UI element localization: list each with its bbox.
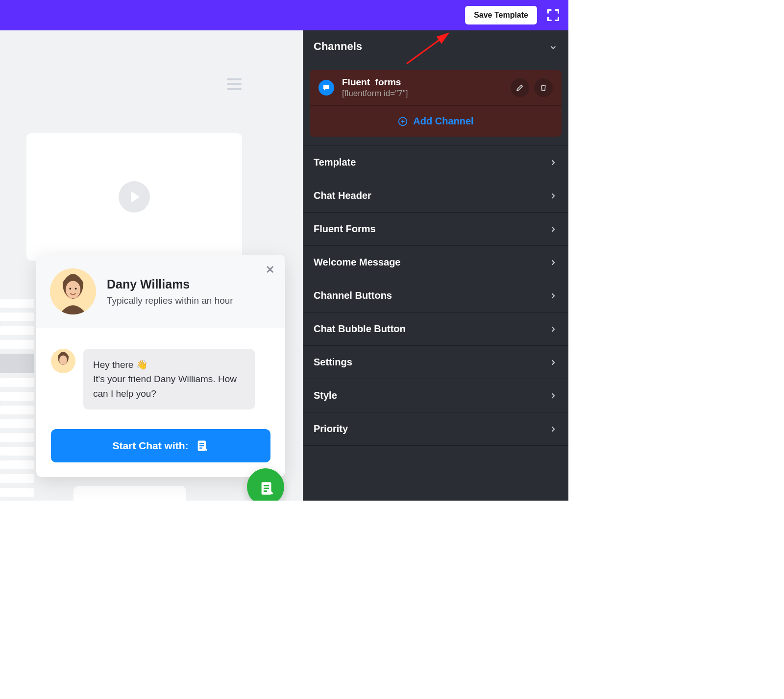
section-label: Welcome Message — [314, 257, 401, 268]
svg-rect-15 — [264, 490, 267, 492]
channel-card: Fluent_forms [fluentform id="7"] A — [310, 70, 562, 137]
channels-title: Channels — [314, 40, 362, 53]
channel-text: Fluent_forms [fluentform id="7"] — [342, 77, 408, 98]
svg-rect-10 — [199, 445, 204, 446]
top-bar: Save Template — [0, 0, 568, 30]
section-chat-header[interactable]: Chat Header — [303, 179, 568, 213]
svg-rect-11 — [199, 448, 202, 449]
section-channel-buttons[interactable]: Channel Buttons — [303, 279, 568, 313]
chat-header-info: Dany Williams Typically replies within a… — [107, 277, 233, 306]
form-icon — [259, 480, 272, 494]
config-pane: Channels Fluent_forms [fluentform id="7"… — [303, 30, 568, 501]
section-label: Priority — [314, 423, 348, 434]
agent-name: Dany Williams — [107, 277, 233, 291]
channel-title: Fluent_forms — [342, 77, 408, 88]
avatar — [50, 268, 96, 314]
section-welcome-message[interactable]: Welcome Message — [303, 246, 568, 279]
chat-body: Hey there 👋 It's your friend Dany Willia… — [36, 328, 285, 477]
section-label: Channel Buttons — [314, 290, 392, 301]
chevron-right-icon — [549, 358, 558, 367]
section-label: Settings — [314, 357, 352, 368]
section-label: Fluent Forms — [314, 223, 376, 235]
chat-message: Hey there 👋 It's your friend Dany Willia… — [83, 349, 255, 410]
start-chat-label: Start Chat with: — [112, 440, 188, 452]
section-label: Chat Header — [314, 190, 371, 201]
chevron-right-icon — [549, 325, 558, 334]
avatar-small — [51, 349, 75, 373]
channels-section-body: Fluent_forms [fluentform id="7"] A — [303, 63, 568, 146]
chevron-right-icon — [549, 225, 558, 234]
svg-point-2 — [66, 281, 80, 298]
section-template[interactable]: Template — [303, 146, 568, 179]
section-settings[interactable]: Settings — [303, 346, 568, 379]
close-icon[interactable]: ✕ — [266, 264, 274, 276]
channel-item[interactable]: Fluent_forms [fluentform id="7"] — [310, 70, 562, 106]
section-label: Chat Bubble Button — [314, 323, 406, 335]
chevron-right-icon — [549, 158, 558, 167]
chat-header: Dany Williams Typically replies within a… — [36, 255, 285, 328]
section-style[interactable]: Style — [303, 379, 568, 412]
svg-point-4 — [75, 288, 77, 289]
svg-point-3 — [69, 288, 71, 289]
chat-widget: Dany Williams Typically replies within a… — [36, 255, 285, 477]
svg-point-7 — [59, 356, 67, 365]
svg-rect-9 — [199, 443, 204, 444]
channels-section-header[interactable]: Channels — [303, 30, 568, 63]
message-row: Hey there 👋 It's your friend Dany Willia… — [51, 349, 270, 410]
skeleton-card — [74, 486, 186, 501]
fullscreen-icon[interactable] — [546, 8, 561, 23]
svg-rect-14 — [264, 488, 269, 489]
chevron-right-icon — [549, 425, 558, 434]
channel-subtitle: [fluentform id="7"] — [342, 89, 408, 98]
section-priority[interactable]: Priority — [303, 412, 568, 446]
chevron-down-icon — [549, 42, 558, 51]
skeleton-lines — [0, 299, 34, 501]
hamburger-icon[interactable] — [227, 78, 242, 90]
chat-bubble-fab[interactable] — [247, 468, 284, 501]
edit-channel-button[interactable] — [511, 78, 529, 97]
add-channel-button[interactable]: Add Channel — [310, 106, 562, 137]
form-icon — [196, 439, 209, 453]
section-label: Template — [314, 157, 356, 168]
save-template-button[interactable]: Save Template — [465, 6, 537, 24]
skeleton-video-card — [26, 133, 242, 261]
add-channel-label: Add Channel — [413, 116, 473, 127]
channel-actions — [511, 78, 553, 97]
chevron-right-icon — [549, 291, 558, 300]
chevron-right-icon — [549, 391, 558, 400]
delete-channel-button[interactable] — [534, 78, 553, 97]
chevron-right-icon — [549, 192, 558, 200]
play-icon — [119, 181, 150, 213]
chevron-right-icon — [549, 258, 558, 267]
start-chat-button[interactable]: Start Chat with: — [51, 429, 270, 462]
reply-time: Typically replies within an hour — [107, 295, 233, 306]
section-label: Style — [314, 390, 337, 401]
channel-type-icon — [318, 80, 334, 96]
svg-rect-13 — [264, 485, 269, 486]
preview-pane: Dany Williams Typically replies within a… — [0, 30, 303, 501]
section-chat-bubble-button[interactable]: Chat Bubble Button — [303, 313, 568, 346]
main-layout: Dany Williams Typically replies within a… — [0, 30, 568, 501]
section-fluent-forms[interactable]: Fluent Forms — [303, 213, 568, 246]
